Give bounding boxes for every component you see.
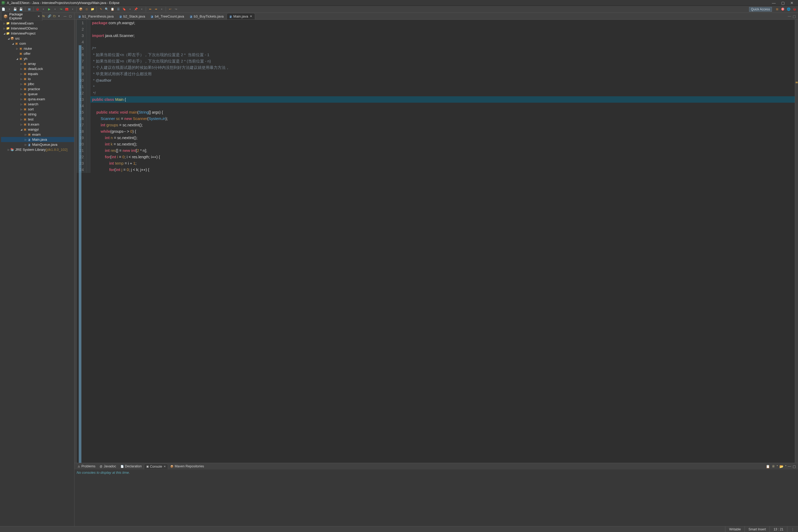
folding-gutter[interactable] — [87, 77, 91, 83]
folding-gutter[interactable] — [87, 122, 91, 128]
chevron-right-icon[interactable]: ▷ — [15, 48, 19, 50]
code-line[interactable]: 19 int n = sc.nextInt(); — [77, 135, 795, 141]
tree-item-quna-exam[interactable]: ▷quna.exam — [1, 97, 74, 101]
nav-forward-button[interactable]: ↪ — [173, 7, 178, 12]
folding-gutter[interactable] — [87, 33, 91, 39]
maximize-view-icon[interactable]: ▢ — [69, 14, 73, 18]
folding-gutter[interactable] — [87, 135, 91, 141]
quick-access-input[interactable]: Quick Access — [749, 7, 772, 12]
chevron-right-icon[interactable]: ▷ — [20, 73, 23, 75]
folding-gutter[interactable] — [87, 71, 91, 77]
code-line[interactable]: 5/** — [77, 45, 795, 52]
code-line[interactable]: 9 * 毕竟测试用例不通过什么都没用 — [77, 71, 795, 77]
dropdown-icon[interactable]: ▼ — [139, 7, 144, 12]
code-text[interactable]: int res[] = new int[2 * n]; — [91, 147, 147, 154]
code-text[interactable]: */ — [91, 90, 96, 96]
tree-item-io[interactable]: ▷io — [1, 76, 74, 81]
chevron-right-icon[interactable]: ▷ — [20, 93, 23, 95]
folding-gutter[interactable] — [87, 39, 91, 45]
code-line[interactable]: 7 * 如果当前位置>n（即右手），下次出现的位置是 2 * (当前位置 - n… — [77, 58, 795, 64]
code-text[interactable]: int temp = i + 1; — [91, 160, 136, 167]
close-icon[interactable]: ✕ — [38, 15, 40, 18]
folding-gutter[interactable] — [87, 20, 91, 26]
folding-gutter[interactable] — [87, 147, 91, 154]
code-text[interactable]: /** — [91, 45, 96, 52]
folding-gutter[interactable] — [87, 109, 91, 115]
code-text[interactable]: for(int j = 0; j < k; j++) { — [91, 167, 149, 173]
code-text[interactable]: * 如果当前位置<n（即左手），下次出现的位置是 2 * 当前位置 - 1 — [91, 52, 209, 58]
tree-item-offer[interactable]: offer — [1, 51, 74, 56]
new-package-button[interactable]: 📦 — [78, 7, 83, 12]
code-text[interactable]: * @author — [91, 77, 111, 83]
editor-tab-b4-treecount-java[interactable]: b4_TreeCount.java — [148, 13, 187, 19]
console-pin-icon[interactable]: 📋 — [766, 464, 770, 469]
code-text[interactable]: int groups = sc.nextInt(); — [91, 122, 143, 128]
focus-icon[interactable]: 🗀 — [53, 14, 57, 18]
overview-ruler[interactable] — [795, 20, 798, 463]
folding-gutter[interactable] — [87, 52, 91, 58]
console-dropdown-icon[interactable]: ▾ — [785, 464, 786, 469]
code-editor[interactable]: 1package com.yh.wangyi;23import java.uti… — [75, 20, 798, 463]
code-text[interactable]: public static void main(String[] args) { — [91, 109, 163, 115]
tree-item-deadlock[interactable]: ▷deadLock — [1, 66, 74, 71]
code-line[interactable]: 8 * 个人建议在线面试题的时候如果5分钟内没想到好方法建议就使用暴力方法， — [77, 64, 795, 71]
folding-gutter[interactable] — [87, 115, 91, 122]
open-type-button[interactable]: ✎ — [98, 7, 103, 12]
new-folder-button[interactable]: 📁 — [90, 7, 95, 12]
new-class-button[interactable]: © — [84, 7, 89, 12]
code-text[interactable]: Scanner sc = new Scanner(System.in); — [91, 115, 168, 122]
new-button[interactable]: 📄 — [1, 7, 6, 12]
collapse-all-icon[interactable]: ⇆ — [42, 14, 46, 18]
code-line[interactable]: 4 — [77, 39, 795, 45]
tree-item-jre-system-library[interactable]: ▷JRE System Library [jdk1.8.0_102] — [1, 147, 74, 152]
tree-item-interviewproject[interactable]: ◢InterviewProject — [1, 31, 74, 36]
tree-item-interviewexam[interactable]: ▷InterviewExam — [1, 21, 74, 26]
folding-gutter[interactable] — [87, 26, 91, 33]
chevron-right-icon[interactable]: ▷ — [20, 118, 23, 121]
tree-item-sort[interactable]: ▷sort — [1, 107, 74, 112]
code-line[interactable]: 11 * — [77, 83, 795, 90]
folding-gutter[interactable] — [87, 90, 91, 96]
folding-gutter[interactable] — [87, 103, 91, 109]
code-text[interactable]: int k = sc.nextInt(); — [91, 141, 137, 147]
java-perspective-icon[interactable]: 🎯 — [780, 7, 785, 12]
code-text[interactable] — [91, 103, 92, 109]
maximize-editor-icon[interactable]: ▢ — [793, 14, 796, 18]
tree-item-practice[interactable]: ▷practice — [1, 87, 74, 92]
code-text[interactable]: package com.yh.wangyi; — [91, 20, 135, 26]
bottom-tab-maven-repositories[interactable]: 📦Maven Repositories — [168, 464, 206, 469]
folding-gutter[interactable] — [87, 154, 91, 160]
ext-tools-button[interactable]: 🧰 — [64, 7, 69, 12]
folding-gutter[interactable] — [87, 96, 91, 103]
task-button[interactable]: 📋 — [110, 7, 115, 12]
debug-button[interactable]: 🐞 — [35, 7, 40, 12]
code-line[interactable]: 18 while(groups-- > 0) { — [77, 128, 795, 135]
tree-item-tr-exam[interactable]: ▷tr.exam — [1, 122, 74, 127]
tree-item-test[interactable]: ▷test — [1, 117, 74, 122]
console-dropdown-icon[interactable]: ▾ — [777, 464, 778, 469]
code-text[interactable]: int n = sc.nextInt(); — [91, 135, 137, 141]
bottom-tab-javadoc[interactable]: @Javadoc — [98, 464, 118, 469]
chevron-right-icon[interactable]: ▷ — [20, 78, 23, 80]
maximize-button[interactable]: ▢ — [778, 1, 787, 5]
code-text[interactable]: * 毕竟测试用例不通过什么都没用 — [91, 71, 152, 77]
code-line[interactable]: 14 — [77, 103, 795, 109]
code-text[interactable]: for(int i = 0; i < res.length; i++) { — [91, 154, 160, 160]
chevron-down-icon[interactable]: ◢ — [7, 37, 10, 40]
package-tree[interactable]: ▷InterviewExam▷InterviewIODemo◢Interview… — [0, 20, 74, 526]
code-line[interactable]: 16 Scanner sc = new Scanner(System.in); — [77, 115, 795, 122]
code-text[interactable]: * — [91, 83, 95, 90]
code-line[interactable]: 24 for(int j = 0; j < k; j++) { — [77, 167, 795, 173]
bookmark-button[interactable]: 🔖 — [122, 7, 127, 12]
run-button[interactable]: ▶ — [47, 7, 52, 12]
pin-button[interactable]: 📌 — [134, 7, 138, 12]
dropdown-icon[interactable]: ▼ — [7, 7, 12, 12]
view-menu-icon[interactable]: ▾ — [58, 14, 62, 18]
folding-gutter[interactable] — [87, 58, 91, 64]
tree-item-main-java[interactable]: ▷Main.java — [1, 137, 74, 142]
tree-item-jdbc[interactable]: ▷jdbc — [1, 81, 74, 87]
chevron-right-icon[interactable]: ▷ — [20, 62, 23, 65]
chevron-right-icon[interactable]: ▷ — [3, 22, 6, 25]
folding-gutter[interactable] — [87, 45, 91, 52]
close-icon[interactable]: ✕ — [164, 465, 166, 468]
